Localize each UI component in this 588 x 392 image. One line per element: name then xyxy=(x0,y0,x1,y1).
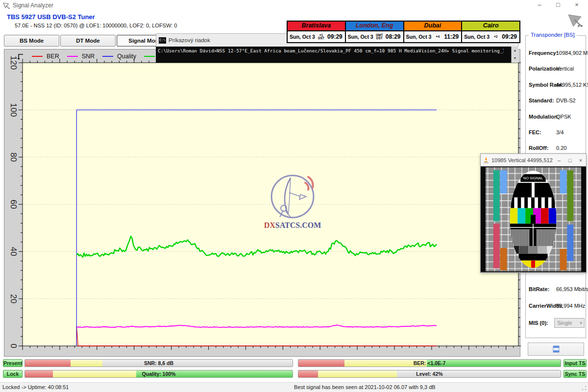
resize-grip[interactable] xyxy=(581,385,587,391)
mis-dropdown[interactable]: Single ▾ xyxy=(554,318,585,328)
legend-label: BER xyxy=(47,53,59,60)
watermark-rest: SATCS.COM xyxy=(275,221,321,229)
transponder-row-value: 53,994 MHz xyxy=(556,303,585,309)
vlc-title: 10985 Vertical 44995,512 / ... xyxy=(491,157,554,163)
legend-item-ber: BER xyxy=(32,53,59,60)
console-scrollbar[interactable]: ▲ ▼ xyxy=(511,47,518,63)
clock-city: Cairo xyxy=(462,22,519,31)
signal-chart: BERSNRQualityLevel 020406080100120 DXSAT… xyxy=(4,49,520,357)
clock-date: Sun, Oct 3 xyxy=(462,34,490,40)
vlc-close-button[interactable]: × xyxy=(575,157,586,163)
minimize-button[interactable]: – xyxy=(531,0,548,11)
command-line-text: C:\Users\Roman Dávid>NSS 12-57°E_East Af… xyxy=(158,48,504,53)
satellite-dish-icon xyxy=(3,2,10,9)
legend-swatch xyxy=(102,56,113,57)
clock-city: Bratislava xyxy=(288,22,345,31)
clock-utc-offset: +1DST xyxy=(315,34,327,40)
satellite-dish-icon-large xyxy=(566,12,586,29)
transponder-row-value: 0.20 xyxy=(556,145,566,151)
scroll-up-icon[interactable]: ▲ xyxy=(512,47,518,54)
transponder-row-label: Frequency: xyxy=(529,50,558,56)
titlebar[interactable]: Signal Analyzer – □ × xyxy=(0,0,588,11)
transponder-row-value: 3/4 xyxy=(556,129,564,135)
lock-button[interactable]: Lock xyxy=(3,370,23,378)
legend-item-snr: SNR xyxy=(67,53,95,60)
sync-ts-button[interactable]: Sync TS xyxy=(564,370,587,378)
world-clocks: BratislavaSun, Oct 3+1DST09:29London, En… xyxy=(287,21,520,43)
close-button[interactable]: × xyxy=(568,0,585,11)
no-signal-text: NO SIGNAL xyxy=(523,176,543,180)
transponder-row-value: 10984,902 MHz xyxy=(556,50,588,56)
stream-list-button[interactable] xyxy=(528,343,584,356)
mis-value: Single xyxy=(557,320,572,326)
stream-list-icon xyxy=(553,345,560,353)
clock-dubai: DubaiSun, Oct 3+411:29 xyxy=(404,22,463,42)
present-button[interactable]: Present xyxy=(3,359,23,367)
clock-utc-offset: +2 xyxy=(490,35,502,39)
transponder-panel-title: Transponder [BS] xyxy=(529,32,577,38)
transponder-row-value: QPSK xyxy=(556,114,571,120)
vlc-player-window: 10985 Vertical 44995,512 / ... – □ × xyxy=(480,153,587,273)
clock-utc-offset: GMTDST xyxy=(373,34,386,40)
transponder-row-label: RollOff: xyxy=(529,145,548,151)
quality-bar: Quality: 100% xyxy=(24,370,293,378)
svg-text:DXSATCS.COM: DXSATCS.COM xyxy=(264,221,321,229)
clock-utc-offset: +4 xyxy=(431,35,444,39)
clock-date: Sun, Oct 3 xyxy=(288,34,315,40)
cmd-icon: C:\ xyxy=(159,37,166,44)
clock-bratislava: BratislavaSun, Oct 3+1DST09:29 xyxy=(288,22,346,42)
vlc-maximize-button[interactable]: □ xyxy=(564,157,575,163)
clock-time: 11:29 xyxy=(444,33,461,40)
maximize-button[interactable]: □ xyxy=(550,0,566,11)
watermark-dx: DX xyxy=(264,221,276,229)
clock-city: London, Eng xyxy=(346,22,403,31)
lock-uptime-status: Locked -> Uptime: 40:08:51 xyxy=(2,384,69,390)
legend-item-quality: Quality xyxy=(102,53,136,60)
y-axis-label: 0 xyxy=(9,343,18,348)
test-card: NO SIGNAL xyxy=(481,166,586,272)
clock-time: 08:29 xyxy=(386,33,403,40)
clock-date: Sun, Oct 3 xyxy=(404,34,432,40)
mode-button-dt-mode[interactable]: DT Mode xyxy=(60,35,116,47)
chevron-down-icon: ▾ xyxy=(580,318,582,327)
legend-swatch xyxy=(144,56,155,57)
mis-label: MIS (0): xyxy=(529,320,548,326)
legend-label: SNR xyxy=(82,53,95,60)
clock-time: 09:29 xyxy=(502,33,519,40)
vlc-titlebar[interactable]: 10985 Vertical 44995,512 / ... – □ × xyxy=(481,154,586,166)
legend-swatch xyxy=(32,56,43,57)
legend-label: Quality xyxy=(117,53,136,60)
vlc-minimize-button[interactable]: – xyxy=(554,157,564,163)
clock-time: 09:29 xyxy=(327,33,345,40)
chart-legend: BERSNRQualityLevel xyxy=(16,51,173,62)
window-title: Signal Analyzer xyxy=(13,2,53,9)
signal-analyzer-window: Signal Analyzer – □ × TBS 5927 USB DVB-S… xyxy=(0,0,588,392)
best-signal-status: Best signal has been seen at 2021-10-02 … xyxy=(294,384,436,390)
level-bar-label: Level: 42% xyxy=(298,370,561,377)
clock-city: Dubai xyxy=(404,22,462,31)
scroll-down-icon[interactable]: ▼ xyxy=(512,54,518,62)
ber-bar: BER: <1.0E-7 xyxy=(298,359,561,367)
level-bar: Level: 42% xyxy=(298,370,561,378)
pan-cursor-icon xyxy=(16,52,24,60)
transponder-row-label: Standard: xyxy=(529,98,554,103)
command-prompt-title: Príkazový riadok xyxy=(169,37,210,43)
y-axis-label: 40 xyxy=(9,247,18,256)
vlc-cone-icon xyxy=(483,156,490,164)
quality-bar-label: Quality: 100% xyxy=(25,370,293,377)
transponder-row-value: Vertical xyxy=(556,66,574,72)
status-bar: Locked -> Uptime: 40:08:51 Best signal h… xyxy=(0,382,588,392)
ber-bar-label: BER: <1.0E-7 xyxy=(298,360,561,367)
transponder-row-label: Modulation: xyxy=(529,114,559,120)
input-ts-button[interactable]: Input TS xyxy=(564,359,587,367)
transponder-row-value: DVB-S2 xyxy=(556,98,576,103)
y-axis-label: 100 xyxy=(9,103,18,117)
snr-bar-label: SNR: 8,6 dB xyxy=(25,360,293,367)
y-axis-label: 20 xyxy=(9,294,18,303)
clock-date: Sun, Oct 3 xyxy=(346,34,373,40)
mode-button-bs-mode[interactable]: BS Mode xyxy=(4,35,59,47)
legend-swatch xyxy=(67,56,78,57)
snr-bar: SNR: 8,6 dB xyxy=(24,359,293,367)
dxsatcs-watermark: DXSATCS.COM xyxy=(261,173,325,232)
command-prompt-body[interactable]: C:\Users\Roman Dávid>NSS 12-57°E_East Af… xyxy=(156,47,518,63)
